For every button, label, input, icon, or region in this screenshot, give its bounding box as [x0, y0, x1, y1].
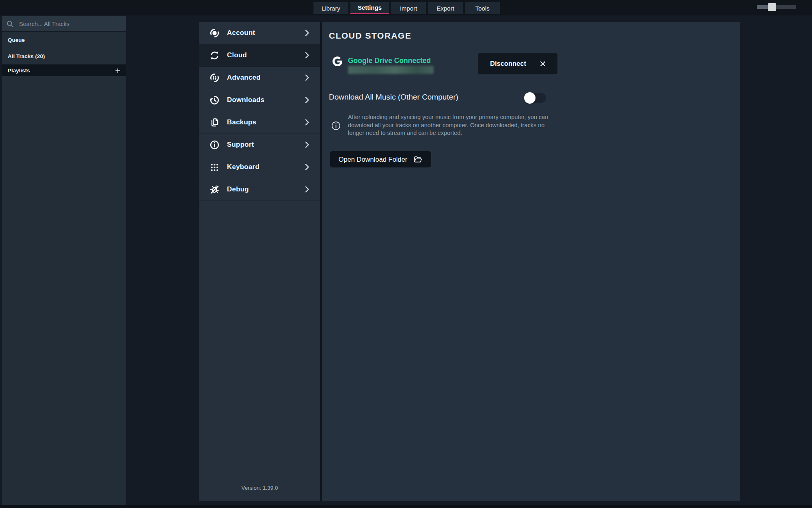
cloud-storage-page: CLOUD STORAGE Google Drive Connected Dis… [322, 22, 740, 501]
bug-disabled-icon [209, 184, 220, 195]
chevron-right-icon [302, 140, 311, 149]
menu-item-label: Debug [227, 185, 296, 193]
app-version: Version: 1.39.0 [199, 485, 320, 491]
tab-import[interactable]: Import [391, 2, 426, 14]
connection-status: Google Drive Connected [348, 56, 431, 65]
menu-item-label: Downloads [227, 96, 296, 104]
close-icon [539, 60, 547, 68]
chevron-right-icon [302, 51, 311, 60]
advanced-dial-icon [209, 72, 220, 83]
sidebar-item-all-tracks[interactable]: All Tracks (20) [2, 48, 126, 64]
settings-menu-item-backups[interactable]: Backups [199, 111, 320, 134]
disconnect-button[interactable]: Disconnect [478, 53, 557, 74]
tab-settings[interactable]: Settings [350, 2, 389, 14]
account-email-redacted [348, 66, 434, 74]
settings-menu-item-account[interactable]: Account [199, 22, 320, 44]
menu-item-label: Support [227, 141, 296, 149]
playlists-label: Playlists [8, 67, 30, 74]
download-info-text: After uploading and syncing your music f… [348, 113, 553, 137]
menu-item-label: Advanced [227, 74, 296, 82]
toggle-knob [524, 92, 536, 104]
chevron-right-icon [302, 118, 311, 127]
google-logo-icon [331, 55, 343, 67]
menu-item-label: Account [227, 29, 296, 37]
settings-menu-item-keyboard[interactable]: Keyboard [199, 156, 320, 178]
settings-menu-item-advanced[interactable]: Advanced [199, 67, 320, 89]
open-download-folder-label: Open Download Folder [339, 156, 408, 163]
history-clock-icon [209, 95, 220, 106]
menu-item-label: Backups [227, 118, 296, 126]
info-circle-icon [209, 139, 220, 150]
zoom-slider-handle[interactable] [768, 3, 776, 11]
settings-menu: Account Cloud Advanced [199, 22, 320, 501]
dots-grid-icon [209, 162, 220, 173]
folder-icon [413, 155, 423, 164]
settings-menu-item-debug[interactable]: Debug [199, 178, 320, 201]
search-box[interactable] [2, 16, 126, 32]
open-download-folder-button[interactable]: Open Download Folder [330, 151, 431, 167]
cloud-sync-icon [209, 50, 220, 61]
chevron-right-icon [302, 185, 311, 194]
search-icon [6, 20, 14, 28]
settings-menu-item-cloud[interactable]: Cloud [199, 44, 320, 67]
download-all-music-label: Download All Music (Other Computer) [329, 93, 458, 102]
library-sidebar: Queue All Tracks (20) Playlists [2, 16, 126, 505]
chevron-right-icon [302, 163, 311, 172]
sidebar-item-playlists[interactable]: Playlists [2, 65, 126, 76]
page-title: CLOUD STORAGE [329, 31, 411, 41]
add-playlist-icon[interactable] [114, 67, 121, 74]
bottom-strip [0, 505, 812, 508]
download-all-music-toggle[interactable] [525, 93, 546, 103]
menu-item-label: Cloud [227, 51, 296, 59]
tab-library[interactable]: Library [313, 2, 348, 14]
sidebar-item-queue[interactable]: Queue [2, 32, 126, 48]
chevron-right-icon [302, 28, 311, 37]
copy-documents-icon [209, 117, 220, 128]
main-tabs: Library Settings Import Export Tools [313, 2, 500, 14]
settings-menu-item-downloads[interactable]: Downloads [199, 89, 320, 111]
chevron-right-icon [302, 73, 311, 82]
zoom-slider-fill [757, 5, 769, 9]
account-disc-icon [209, 28, 220, 39]
tab-export[interactable]: Export [428, 2, 463, 14]
search-input[interactable] [18, 20, 122, 28]
settings-menu-item-support[interactable]: Support [199, 134, 320, 156]
disconnect-label: Disconnect [490, 60, 526, 67]
zoom-slider[interactable] [757, 5, 796, 9]
chevron-right-icon [302, 96, 311, 104]
menu-item-label: Keyboard [227, 163, 296, 171]
tab-tools[interactable]: Tools [465, 2, 500, 14]
top-bar: Library Settings Import Export Tools [0, 0, 812, 15]
info-icon [331, 121, 341, 131]
